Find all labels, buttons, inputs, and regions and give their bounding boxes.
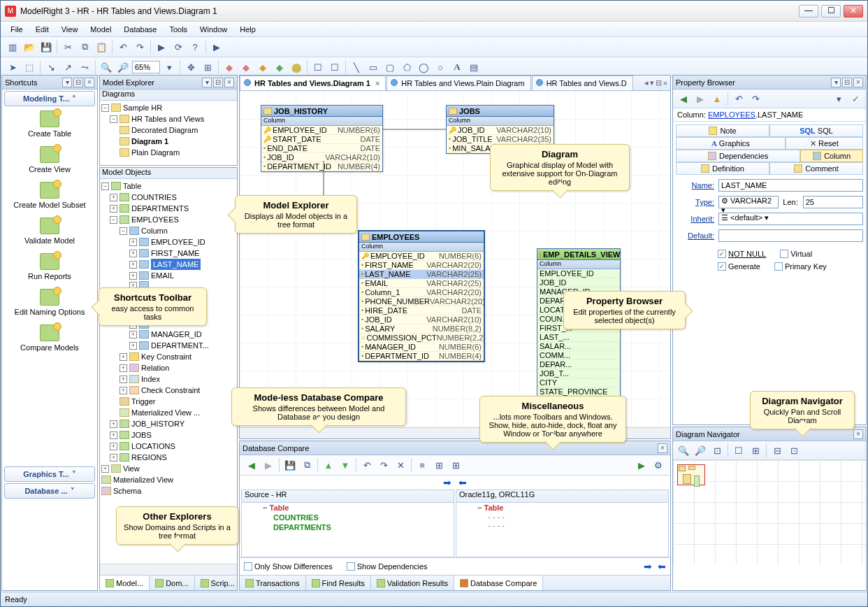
action2-button[interactable]: ▶ bbox=[209, 39, 224, 55]
nav-box[interactable]: ☐ bbox=[731, 443, 746, 458]
cmp-tab-trans[interactable]: Transactions bbox=[240, 576, 306, 590]
close-icon[interactable]: × bbox=[85, 78, 94, 87]
dropdown-icon[interactable]: ▾ bbox=[831, 78, 841, 87]
pin-icon[interactable]: ⊟ bbox=[842, 78, 852, 87]
zoom-dropdown[interactable]: ▾ bbox=[161, 59, 177, 75]
fit-button[interactable]: ✥ bbox=[183, 59, 198, 75]
arrow-left-icon[interactable]: ⬅ bbox=[458, 477, 467, 488]
prop-name-field[interactable] bbox=[718, 179, 863, 192]
action-button[interactable]: ▶ bbox=[154, 39, 169, 55]
zoomin-button[interactable]: 🔍 bbox=[99, 59, 114, 75]
chk-notnull[interactable]: ✓NOT NULL bbox=[718, 250, 766, 258]
show-dep-check[interactable]: Show Dependencies bbox=[347, 562, 428, 571]
image-tool[interactable]: ▤ bbox=[466, 59, 482, 75]
navigator-canvas[interactable] bbox=[673, 460, 866, 565]
connect1-tool[interactable]: ↘ bbox=[43, 59, 59, 75]
prop-btn-reset[interactable]: ✕Reset bbox=[786, 137, 863, 150]
minimize-button[interactable]: — bbox=[799, 5, 818, 17]
tree-sub[interactable]: HR Tables and Views bbox=[131, 113, 204, 124]
text-tool[interactable]: A bbox=[449, 59, 465, 75]
rect-tool[interactable]: ▭ bbox=[366, 59, 381, 75]
menu-help[interactable]: Help bbox=[234, 24, 261, 35]
tree-table[interactable]: DEPARTMENTS bbox=[131, 203, 189, 214]
prop-type-field[interactable]: ⚙ VARCHAR2 bbox=[718, 196, 779, 208]
explorer-tab-model[interactable]: Model... bbox=[100, 576, 150, 590]
dropdown-icon[interactable]: ▾ bbox=[202, 78, 212, 87]
cmp-redo[interactable]: ↷ bbox=[376, 457, 391, 473]
close-icon[interactable]: × bbox=[658, 443, 667, 453]
line-tool[interactable]: ╲ bbox=[349, 59, 364, 75]
menu-edit[interactable]: Edit bbox=[30, 24, 55, 35]
tab-nav[interactable]: ◂ bbox=[644, 78, 649, 87]
tree-table[interactable]: JOBS bbox=[131, 429, 152, 441]
pin-icon[interactable]: ⊟ bbox=[73, 78, 83, 87]
menu-model[interactable]: Model bbox=[85, 24, 117, 35]
tree-table[interactable]: JOB_HISTORY bbox=[131, 418, 185, 429]
tree-sub[interactable]: Check Constraint bbox=[141, 385, 200, 396]
connect3-tool[interactable]: ⤳ bbox=[77, 59, 92, 75]
cmp-copy[interactable]: ⧉ bbox=[299, 457, 314, 473]
shortcut-create-subset[interactable]: Create Model Subset bbox=[3, 182, 96, 209]
arrow-right-icon[interactable]: ➡ bbox=[443, 477, 451, 488]
tree-col[interactable]: EMPLOYEE_ID bbox=[151, 236, 205, 248]
entity-emp-details-view[interactable]: EMP_DETAILS_VIEW Column EMPLOYEE_ID JOB_… bbox=[537, 248, 621, 415]
close-icon[interactable]: × bbox=[853, 78, 863, 87]
prop-up[interactable]: ▲ bbox=[709, 91, 725, 106]
dropdown-icon[interactable]: ▾ bbox=[62, 78, 72, 87]
prop-btn-graphics[interactable]: AGraphics bbox=[676, 137, 786, 150]
prop-inherit-field[interactable]: ☰ <default> bbox=[718, 213, 863, 225]
tree-diag[interactable]: Plain Diagram bbox=[131, 147, 180, 158]
cmp-undo[interactable]: ↶ bbox=[359, 457, 375, 473]
nav-mode1[interactable]: ⊟ bbox=[769, 443, 785, 458]
connect2-tool[interactable]: ↗ bbox=[60, 59, 75, 75]
prop-btn-deps[interactable]: Dependencies bbox=[676, 150, 800, 162]
cmp-save[interactable]: 💾 bbox=[282, 457, 298, 473]
tree-table[interactable]: COUNTRIES bbox=[131, 192, 177, 203]
tab-nav[interactable]: ▾ bbox=[650, 78, 654, 87]
tree-col[interactable]: DEPARTMENT... bbox=[151, 340, 209, 351]
cmp-tab-find[interactable]: Find Results bbox=[306, 576, 371, 590]
btn-a[interactable]: ☐ bbox=[310, 59, 326, 75]
tree-schema[interactable]: Schema bbox=[113, 485, 141, 497]
menu-view[interactable]: View bbox=[56, 24, 84, 35]
prop-redo[interactable]: ↷ bbox=[748, 91, 763, 106]
paste-button[interactable]: 📋 bbox=[94, 39, 109, 55]
tab-nav[interactable]: ⊟ bbox=[656, 78, 662, 87]
cmp-grid2[interactable]: ⊞ bbox=[448, 457, 463, 473]
diagram-tab[interactable]: HR Tables and Views.Diagram 1× bbox=[240, 76, 386, 90]
tree-sub[interactable]: Relation bbox=[141, 362, 169, 373]
tree-table-employees[interactable]: EMPLOYEES bbox=[131, 214, 179, 225]
tree-diag[interactable]: Decorated Diagram bbox=[131, 124, 198, 136]
arrow-right-icon[interactable]: ➡ bbox=[644, 561, 652, 572]
shortcut-compare[interactable]: Compare Models bbox=[3, 324, 96, 352]
cmp-tab-valid[interactable]: Validation Results bbox=[371, 576, 454, 590]
open-button[interactable]: 📂 bbox=[22, 39, 37, 55]
ellipse-tool[interactable]: ◯ bbox=[416, 59, 431, 75]
entity-employees[interactable]: EMPLOYEES Column 🔑EMPLOYEE_IDNUMBER(6) •… bbox=[359, 231, 484, 362]
close-icon[interactable]: × bbox=[375, 79, 379, 87]
tree-table-root[interactable]: Table bbox=[123, 180, 141, 192]
prop-btn-comment[interactable]: Comment bbox=[769, 162, 863, 175]
shortcut-naming[interactable]: Edit Naming Options bbox=[3, 289, 96, 316]
category-modeling[interactable]: Modeling T... ˄ bbox=[4, 91, 95, 106]
tree-sub[interactable]: Trigger bbox=[131, 396, 155, 407]
tree-col[interactable]: FIRST_NAME bbox=[151, 248, 200, 259]
diagram-tab[interactable]: HR Tables and Views.D bbox=[532, 76, 633, 90]
cmp-back[interactable]: ◀ bbox=[244, 457, 259, 473]
menu-database[interactable]: Database bbox=[118, 24, 162, 35]
chk-generate[interactable]: ✓Generate bbox=[718, 262, 760, 271]
tree-table[interactable]: REGIONS bbox=[131, 452, 167, 463]
prop-drop[interactable]: ▾ bbox=[831, 91, 846, 106]
marquee-tool[interactable]: ⬚ bbox=[22, 59, 37, 75]
prop-btn-def[interactable]: Definition bbox=[676, 162, 769, 175]
prop-fwd[interactable]: ▶ bbox=[693, 91, 708, 106]
only-diff-check[interactable]: Only Show Differences bbox=[244, 562, 333, 571]
tree-sub[interactable]: Index bbox=[141, 373, 160, 385]
chk-pk[interactable]: Primary Key bbox=[774, 262, 827, 271]
zoom-field[interactable] bbox=[132, 61, 160, 73]
shortcut-validate[interactable]: Validate Model bbox=[3, 217, 96, 245]
diagram-canvas[interactable]: JOB_HISTORY Column 🔑EMPLOYEE_IDNUMBER(6)… bbox=[240, 91, 670, 427]
undo-button[interactable]: ↶ bbox=[115, 39, 131, 55]
cmp-grid[interactable]: ⊞ bbox=[431, 457, 447, 473]
shape1-button[interactable]: ◆ bbox=[222, 59, 237, 75]
